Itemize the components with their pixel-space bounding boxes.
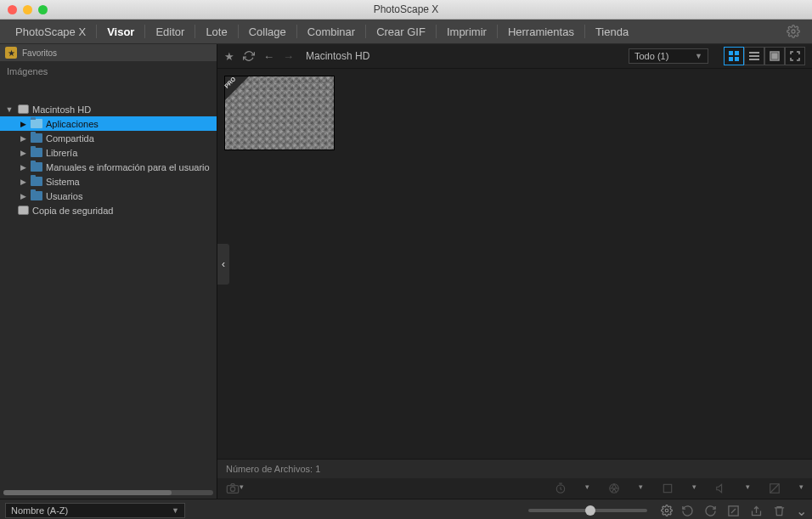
view-list-button[interactable]	[744, 47, 764, 65]
folder-icon	[31, 162, 42, 172]
close-window-button[interactable]	[8, 5, 17, 14]
disclosure-icon: ▼	[5, 105, 14, 114]
tab-tienda[interactable]: Tienda	[585, 20, 639, 43]
tree-item-compartida[interactable]: ▶ Compartida	[0, 131, 217, 145]
minimize-window-button[interactable]	[23, 5, 32, 14]
chevron-down-icon: ▾	[240, 482, 244, 494]
nav-back-button[interactable]: ←	[263, 50, 274, 63]
tab-lote[interactable]: Lote	[195, 20, 237, 43]
folder-icon	[31, 177, 42, 186]
traffic-lights	[0, 5, 48, 14]
tree-item-usuarios[interactable]: ▶ Usuarios	[0, 189, 217, 203]
sound-icon	[715, 482, 727, 494]
tree-item-copia-seguridad[interactable]: ▶ Copia de seguridad	[0, 203, 217, 217]
delete-button[interactable]	[773, 505, 786, 517]
tab-combinar[interactable]: Combinar	[297, 20, 365, 43]
tree-item-macintosh-hd[interactable]: ▼ Macintosh HD	[0, 102, 217, 116]
favorites-label: Favoritos	[22, 48, 57, 58]
folder-tree: ▼ Macintosh HD ▶ Aplicaciones ▶ Comparti…	[0, 80, 217, 490]
favorite-star-button[interactable]: ★	[224, 50, 234, 63]
tab-app-name[interactable]: PhotoScape X	[5, 20, 96, 43]
timer-icon	[555, 482, 567, 494]
sidebar-collapse-handle[interactable]: ‹	[217, 244, 229, 285]
tab-visor[interactable]: Visor	[97, 20, 144, 43]
single-icon	[770, 51, 780, 61]
grid-icon	[729, 51, 739, 61]
tree-item-label: Compartida	[46, 133, 94, 144]
tab-editor[interactable]: Editor	[145, 20, 195, 43]
tab-herramientas[interactable]: Herramientas	[498, 20, 584, 43]
camera-icon	[226, 482, 240, 494]
exposure-icon	[769, 482, 781, 494]
settings-button[interactable]	[780, 20, 807, 43]
file-count-label: Número de Archivos: 1	[226, 464, 320, 474]
disclosure-icon: ▶	[19, 178, 27, 186]
svg-rect-9	[772, 54, 777, 59]
aperture-icon	[608, 482, 620, 494]
svg-point-0	[792, 30, 795, 33]
tree-item-libreria[interactable]: ▶ Librería	[0, 145, 217, 160]
filter-dropdown[interactable]: Todo (1) ▼	[629, 48, 708, 64]
view-grid-button[interactable]	[724, 47, 744, 65]
thumbnail-item[interactable]: PRO	[224, 76, 335, 150]
share-icon	[750, 505, 763, 517]
folder-icon	[31, 133, 42, 143]
refresh-button[interactable]	[243, 50, 255, 62]
sidebar: ★ Favoritos Imágenes ▼ Macintosh HD ▶ Ap…	[0, 44, 217, 499]
svg-rect-4	[735, 57, 739, 61]
window-titlebar: PhotoScape X	[0, 0, 812, 20]
tree-item-label: Manuales e información para el usuario	[46, 162, 210, 172]
sidebar-scrollbar[interactable]	[3, 490, 213, 495]
tree-item-label: Librería	[46, 148, 77, 158]
tree-item-label: Usuarios	[46, 191, 82, 201]
maximize-window-button[interactable]	[38, 5, 48, 14]
sort-label: Nombre (A-Z)	[11, 505, 68, 516]
tree-item-label: Macintosh HD	[32, 104, 91, 115]
view-single-button[interactable]	[764, 47, 785, 65]
share-button[interactable]	[750, 505, 763, 517]
sort-dropdown[interactable]: Nombre (A-Z) ▼	[5, 503, 185, 518]
svg-rect-2	[735, 51, 739, 55]
view-fullscreen-button[interactable]	[785, 47, 805, 65]
tree-item-manuales[interactable]: ▶ Manuales e información para el usuario	[0, 160, 217, 174]
slider-thumb[interactable]	[585, 505, 595, 516]
disclosure-icon: ▶	[19, 134, 27, 143]
rotate-right-button[interactable]	[704, 505, 717, 517]
svg-rect-7	[749, 59, 759, 60]
trash-icon	[773, 505, 786, 517]
svg-rect-5	[749, 52, 759, 54]
star-icon: ★	[5, 47, 17, 59]
disclosure-icon: ▶	[19, 120, 27, 128]
tab-imprimir[interactable]: Imprimir	[437, 20, 497, 43]
chevron-down-icon: ▼	[172, 506, 179, 515]
window-title: PhotoScape X	[0, 3, 812, 15]
gear-icon	[661, 505, 673, 516]
tab-collage[interactable]: Collage	[239, 20, 296, 43]
folder-icon	[31, 148, 42, 157]
thumbnail-grid[interactable]: PRO ‹	[217, 69, 812, 459]
rotate-left-icon	[681, 505, 694, 517]
svg-rect-3	[729, 57, 733, 61]
bottom-bar: Nombre (A-Z) ▼ ⌄	[0, 499, 812, 519]
folder-icon	[31, 119, 42, 128]
edit-button[interactable]	[727, 505, 740, 517]
disclosure-icon: ▶	[19, 149, 27, 157]
images-section-label: Imágenes	[0, 61, 217, 80]
tab-crear-gif[interactable]: Crear GIF	[366, 20, 436, 43]
nav-forward-button[interactable]: →	[283, 50, 294, 63]
chevron-down-icon: ▼	[695, 52, 702, 60]
thumbnail-size-slider[interactable]	[528, 509, 647, 512]
tree-item-label: Aplicaciones	[46, 119, 99, 129]
tree-item-sistema[interactable]: ▶ Sistema	[0, 174, 217, 189]
favorites-header[interactable]: ★ Favoritos	[0, 44, 217, 61]
folder-icon	[31, 191, 42, 200]
more-button[interactable]: ⌄	[796, 503, 807, 519]
viewer-toolbar: ★ ← → Macintosh HD Todo (1) ▼	[217, 44, 812, 69]
refresh-icon	[243, 50, 255, 62]
svg-rect-6	[749, 55, 759, 57]
svg-rect-14	[663, 484, 671, 492]
filter-label: Todo (1)	[634, 51, 668, 61]
slider-settings-button[interactable]	[661, 505, 673, 516]
rotate-left-button[interactable]	[681, 505, 694, 517]
tree-item-aplicaciones[interactable]: ▶ Aplicaciones	[0, 116, 217, 131]
